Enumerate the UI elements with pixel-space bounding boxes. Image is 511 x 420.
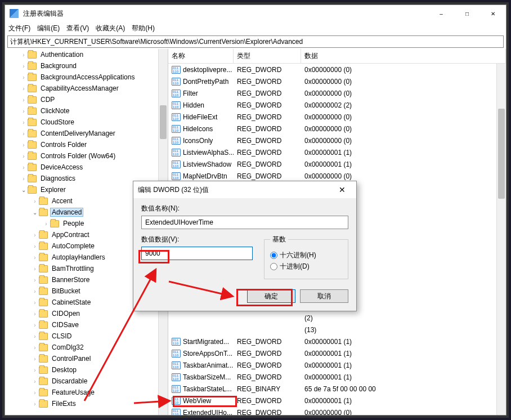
tree-item[interactable]: ›CapabilityAccessManager (5, 83, 168, 94)
tree-item[interactable]: ›ContentDeliveryManager (5, 128, 168, 139)
chevron-right-icon[interactable]: › (20, 52, 28, 58)
chevron-right-icon[interactable]: › (31, 333, 39, 339)
ok-button[interactable]: 确定 (247, 289, 295, 303)
chevron-right-icon[interactable]: › (20, 131, 28, 137)
tree-item[interactable]: ›Controls Folder (5, 139, 168, 150)
list-row[interactable]: (13) (168, 324, 506, 336)
list-row[interactable]: TaskbarStateL...REG_BINARY65 de 7a 5f 00… (168, 383, 506, 395)
chevron-right-icon[interactable]: › (31, 345, 39, 351)
folder-icon (39, 276, 48, 284)
list-row[interactable]: ListviewShadowREG_DWORD0x00000001 (1) (168, 158, 506, 170)
list-row[interactable]: desktoplivepre...REG_DWORD0x00000000 (0) (168, 64, 506, 75)
dialog-titlebar: 编辑 DWORD (32 位)值 ✕ (133, 181, 356, 198)
tree-item[interactable]: ›Authentication (5, 49, 168, 60)
chevron-right-icon[interactable]: › (20, 63, 28, 69)
menu-edit[interactable]: 编辑(E) (37, 24, 60, 33)
chevron-right-icon[interactable]: › (31, 277, 39, 283)
chevron-down-icon[interactable]: ⌄ (20, 187, 28, 193)
chevron-right-icon[interactable]: › (20, 119, 28, 126)
list-row[interactable]: HideFileExtREG_DWORD0x00000000 (0) (168, 111, 506, 123)
data-field[interactable] (141, 247, 253, 260)
menu-favorites[interactable]: 收藏夹(A) (96, 24, 125, 33)
col-name[interactable]: 名称 (168, 49, 234, 63)
tree-item[interactable]: ›Controls Folder (Wow64) (5, 150, 168, 162)
list-row[interactable]: HiddenREG_DWORD0x00000002 (2) (168, 99, 506, 111)
list-row[interactable]: HideIconsREG_DWORD0x00000000 (0) (168, 123, 506, 135)
minimize-button[interactable]: – (428, 5, 454, 22)
chevron-right-icon[interactable]: › (20, 86, 28, 92)
list-row[interactable]: TaskbarAnimat...REG_DWORD0x00000001 (1) (168, 359, 506, 371)
tree-item[interactable]: ›CIDSave (5, 319, 168, 330)
chevron-right-icon[interactable]: › (31, 198, 39, 204)
tree-item[interactable]: ›Discardable (5, 376, 168, 387)
list-row[interactable]: StartMigrated...REG_DWORD0x00000001 (1) (168, 336, 506, 347)
col-data[interactable]: 数据 (301, 49, 506, 63)
reg-dword-icon (172, 113, 181, 121)
tree-item[interactable]: ›BackgroundAccessApplications (5, 72, 168, 83)
menu-file[interactable]: 文件(F) (8, 24, 30, 33)
name-field[interactable] (141, 216, 348, 229)
list-row[interactable]: WebViewREG_DWORD0x00000001 (1) (168, 395, 506, 406)
list-row[interactable]: DontPrettyPathREG_DWORD0x00000000 (0) (168, 75, 506, 87)
chevron-right-icon[interactable]: › (20, 153, 28, 159)
tree-item[interactable]: ›CLSID (5, 330, 168, 342)
chevron-right-icon[interactable]: › (31, 401, 39, 407)
tree-item[interactable]: ›ControlPanel (5, 353, 168, 364)
chevron-down-icon[interactable]: ⌄ (31, 209, 39, 216)
menu-help[interactable]: 帮助(H) (132, 24, 155, 33)
chevron-right-icon[interactable]: › (31, 322, 39, 328)
tree-item[interactable]: ›FeatureUsage (5, 387, 168, 398)
folder-icon (39, 367, 48, 374)
list-row[interactable]: (2) (168, 312, 506, 324)
cancel-button[interactable]: 取消 (300, 289, 348, 303)
chevron-right-icon[interactable]: › (31, 254, 39, 261)
list-row[interactable]: MapNetDrvBtnREG_DWORD0x00000000 (0) (168, 170, 506, 182)
chevron-right-icon[interactable]: › (20, 74, 28, 81)
folder-icon (50, 220, 59, 227)
close-button[interactable]: ✕ (480, 5, 506, 22)
chevron-right-icon[interactable]: › (31, 311, 39, 317)
chevron-right-icon[interactable]: › (31, 243, 39, 249)
chevron-right-icon[interactable]: › (20, 108, 28, 114)
tree-item[interactable]: ›Desktop (5, 364, 168, 376)
tree-item[interactable]: ›FileExts (5, 398, 168, 409)
tree-label: CapabilityAccessManager (39, 84, 120, 93)
tree-item[interactable]: ›CloudStore (5, 117, 168, 128)
list-row[interactable]: ExtendedUIHo...REG_DWORD0x00000000 (0) (168, 406, 506, 415)
tree-item[interactable]: ›Background (5, 60, 168, 72)
folder-icon (28, 51, 37, 59)
tree-item[interactable]: ›ComDlg32 (5, 342, 168, 353)
dialog-close-button[interactable]: ✕ (333, 181, 352, 198)
tree-item[interactable]: ›DeviceAccess (5, 162, 168, 173)
chevron-right-icon[interactable]: › (31, 378, 39, 385)
chevron-right-icon[interactable]: › (20, 97, 28, 103)
chevron-right-icon[interactable]: › (31, 390, 39, 396)
menu-view[interactable]: 查看(V) (66, 24, 89, 33)
list-row[interactable]: IconsOnlyREG_DWORD0x00000000 (0) (168, 135, 506, 146)
list-scrollbar[interactable] (496, 64, 506, 415)
chevron-right-icon[interactable]: › (31, 367, 39, 373)
chevron-right-icon[interactable]: › (42, 221, 50, 227)
folder-icon (39, 344, 48, 351)
chevron-right-icon[interactable]: › (31, 288, 39, 294)
list-row[interactable]: ListviewAlphaS...REG_DWORD0x00000001 (1) (168, 146, 506, 158)
chevron-right-icon[interactable]: › (20, 164, 28, 171)
col-type[interactable]: 类型 (234, 49, 301, 63)
list-row[interactable]: FilterREG_DWORD0x00000000 (0) (168, 87, 506, 99)
radio-hex[interactable]: 十六进制(H) (270, 251, 342, 260)
list-row[interactable]: TaskbarSizeM...REG_DWORD0x00000001 (1) (168, 371, 506, 383)
list-row[interactable]: StoreAppsOnT...REG_DWORD0x00000001 (1) (168, 347, 506, 359)
tree-item[interactable]: ›ClickNote (5, 105, 168, 117)
chevron-right-icon[interactable]: › (31, 356, 39, 362)
tree-label: DeviceAccess (39, 163, 84, 172)
maximize-button[interactable]: □ (454, 5, 480, 22)
radio-dec[interactable]: 十进制(D) (270, 262, 342, 271)
tree-item[interactable]: ›CDP (5, 94, 168, 105)
chevron-right-icon[interactable]: › (20, 176, 28, 182)
chevron-right-icon[interactable]: › (31, 300, 39, 306)
address-bar[interactable]: 计算机\HKEY_CURRENT_USER\Software\Microsoft… (7, 35, 504, 48)
chevron-right-icon[interactable]: › (31, 232, 39, 238)
chevron-right-icon[interactable]: › (31, 266, 39, 272)
folder-icon (39, 333, 48, 340)
chevron-right-icon[interactable]: › (20, 142, 28, 148)
